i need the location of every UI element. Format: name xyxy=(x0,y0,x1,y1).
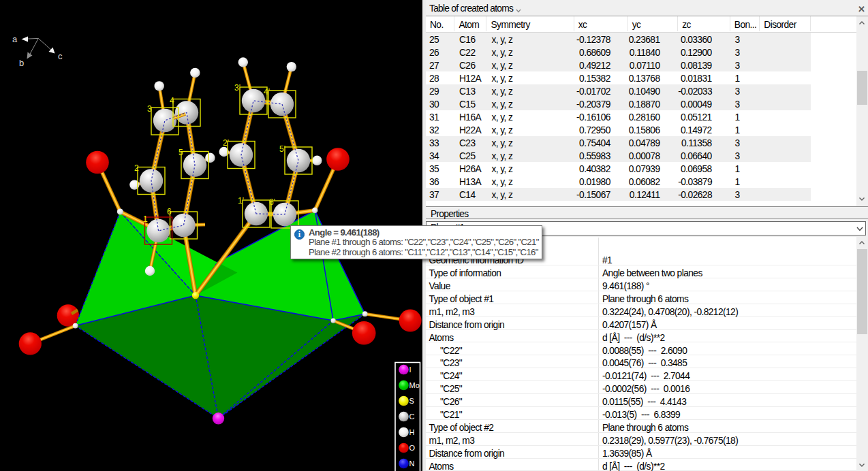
svg-text:1': 1' xyxy=(238,196,244,206)
svg-text:6: 6 xyxy=(167,207,172,216)
svg-text:6': 6' xyxy=(269,197,275,207)
svg-text:5: 5 xyxy=(179,148,183,157)
svg-text:2': 2' xyxy=(223,138,229,148)
svg-text:N: N xyxy=(409,459,415,468)
svg-text:3': 3' xyxy=(234,83,241,93)
svg-text:c: c xyxy=(58,51,63,61)
svg-text:b: b xyxy=(19,58,24,68)
svg-text:I: I xyxy=(409,366,412,374)
svg-text:1: 1 xyxy=(143,214,148,224)
svg-text:H: H xyxy=(409,428,415,436)
svg-text:5': 5' xyxy=(279,144,285,154)
svg-text:3: 3 xyxy=(147,104,152,114)
svg-text:4: 4 xyxy=(170,96,174,105)
svg-text:C: C xyxy=(409,412,415,421)
svg-text:a: a xyxy=(12,34,18,44)
svg-text:S: S xyxy=(409,397,414,405)
svg-text:Mo: Mo xyxy=(409,381,420,389)
svg-text:O: O xyxy=(409,444,416,452)
svg-text:4': 4' xyxy=(264,87,270,97)
svg-text:2: 2 xyxy=(134,163,139,173)
